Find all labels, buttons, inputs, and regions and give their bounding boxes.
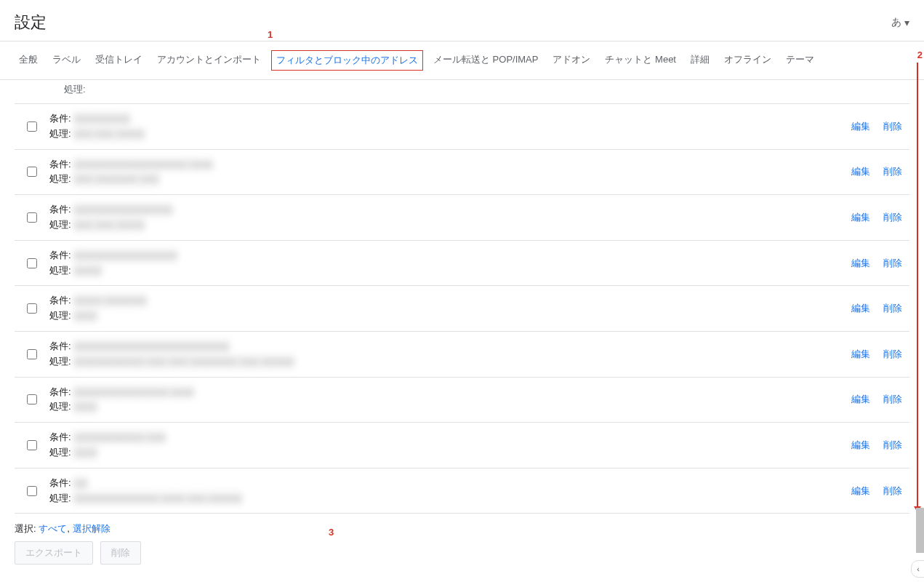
filter-text: 条件: xxxxxxxxxxxx処理: xxxx xxxx xxxxxx — [49, 111, 851, 142]
delete-filter-link[interactable]: 削除 — [883, 439, 902, 452]
filter-cond-label: 条件: — [49, 159, 71, 170]
filter-row: 条件: xxxxxx xxxxxxxxx処理: xxxxx編集削除 — [15, 286, 909, 332]
filter-checkbox[interactable] — [27, 486, 37, 496]
annotation-1: 1 — [268, 29, 273, 40]
filter-cond-label: 条件: — [49, 204, 71, 215]
filter-checkbox[interactable] — [27, 440, 37, 450]
filter-cond-label: 条件: — [49, 340, 71, 351]
filter-cond-value: xxxxxxxxxxxxxxxxxxxxxxxx xxxxx — [73, 157, 213, 172]
filter-row-actions: 編集削除 — [851, 120, 902, 133]
input-language-switch[interactable]: あ ▾ — [891, 16, 909, 29]
filter-checkbox[interactable] — [27, 258, 37, 268]
filter-proc-value: xxxxxx — [73, 263, 102, 279]
filter-row-actions: 編集削除 — [851, 485, 902, 498]
delete-filter-link[interactable]: 削除 — [883, 485, 902, 498]
filter-cond-label: 条件: — [49, 477, 71, 488]
create-filter-row: 新しいフィルタを作成 フィルタをインポート — [15, 579, 909, 582]
filter-cond-label: 条件: — [49, 386, 71, 397]
filter-checkbox[interactable] — [27, 394, 37, 404]
filter-row: 条件: xxxxxxxxxxxx処理: xxxx xxxx xxxxxx編集削除 — [15, 104, 909, 150]
filter-proc-label: 処理: — [49, 265, 71, 276]
edit-filter-link[interactable]: 編集 — [851, 211, 870, 224]
bulk-delete-button[interactable]: 削除 — [100, 541, 141, 565]
filter-text: 条件: xxxxxxxxxxxxxxx xxxx処理: xxxxx — [49, 430, 851, 461]
tab-addons[interactable]: アドオン — [548, 50, 595, 71]
scrollbar-thumb[interactable] — [916, 508, 924, 553]
delete-filter-link[interactable]: 削除 — [883, 302, 902, 315]
filter-cond-value: xxxxxxxxxxxx — [73, 111, 130, 127]
filter-row: 条件: xxxxxxxxxxxxxxx xxxx処理: xxxxx編集削除 — [15, 423, 909, 469]
filter-text: 条件: xxxxxx xxxxxxxxx処理: xxxxx — [49, 293, 851, 324]
filter-proc-label: 処理: — [49, 493, 71, 503]
delete-filter-link[interactable]: 削除 — [883, 165, 902, 178]
partial-filter-row: 処理: — [15, 80, 909, 104]
filter-checkbox[interactable] — [27, 167, 37, 177]
filter-cond-value: xxxxxxxxxxxxxxx xxxx — [73, 430, 166, 445]
chevron-down-icon: ▾ — [904, 17, 909, 28]
filter-proc-label: 処理: — [49, 447, 71, 458]
filter-proc-value: xxxxxxxxxxxxxxxxxx xxxxx xxxx xxxxxxx — [73, 491, 242, 506]
select-none-link[interactable]: 選択解除 — [73, 523, 111, 534]
edit-filter-link[interactable]: 編集 — [851, 393, 870, 406]
filter-proc-label: 処理: — [49, 401, 71, 412]
filter-text: 条件: xxx処理: xxxxxxxxxxxxxxxxxx xxxxx xxxx… — [49, 476, 851, 506]
edit-filter-link[interactable]: 編集 — [851, 485, 870, 498]
tab-inbox[interactable]: 受信トレイ — [91, 50, 147, 71]
filter-cond-label: 条件: — [49, 431, 71, 442]
filter-checkbox[interactable] — [27, 212, 37, 223]
delete-filter-link[interactable]: 削除 — [883, 211, 902, 224]
tab-labels[interactable]: ラベル — [48, 50, 85, 71]
filter-row: 条件: xxxxxxxxxxxxxxxxxxxxx処理: xxxx xxxx x… — [15, 195, 909, 241]
edit-filter-link[interactable]: 編集 — [851, 348, 870, 361]
edit-filter-link[interactable]: 編集 — [851, 302, 870, 315]
delete-filter-link[interactable]: 削除 — [883, 348, 902, 361]
filter-row-actions: 編集削除 — [851, 393, 902, 406]
side-panel-toggle[interactable]: ‹ — [911, 560, 924, 578]
bulk-actions: エクスポート 削除 — [15, 541, 909, 579]
edit-filter-link[interactable]: 編集 — [851, 439, 870, 452]
tab-themes[interactable]: テーマ — [782, 50, 819, 71]
delete-filter-link[interactable]: 削除 — [883, 120, 902, 133]
tab-offline[interactable]: オフライン — [720, 50, 776, 71]
filter-proc-label: 処理: — [49, 128, 71, 139]
filter-checkbox[interactable] — [27, 121, 37, 132]
tab-forwarding-pop-imap[interactable]: メール転送と POP/IMAP — [429, 50, 542, 71]
tab-accounts-import[interactable]: アカウントとインポート — [153, 50, 265, 71]
edit-filter-link[interactable]: 編集 — [851, 165, 870, 178]
filter-cond-value: xxx — [73, 476, 88, 491]
filter-checkbox[interactable] — [27, 349, 37, 359]
lang-label: あ — [891, 16, 901, 29]
filter-row-actions: 編集削除 — [851, 257, 902, 270]
edit-filter-link[interactable]: 編集 — [851, 120, 870, 133]
export-button[interactable]: エクスポート — [15, 541, 93, 565]
tab-filters-blocked[interactable]: フィルタとブロック中のアドレス — [271, 50, 423, 71]
select-all-link[interactable]: すべて — [39, 523, 67, 534]
delete-filter-link[interactable]: 削除 — [883, 393, 902, 406]
filter-cond-value: xxxxxxxxxxxxxxxxxxxx xxxxx — [73, 385, 194, 400]
filter-proc-value: xxxxx — [73, 399, 97, 415]
tab-advanced[interactable]: 詳細 — [686, 50, 714, 71]
checkbox-cell — [15, 349, 49, 359]
filter-checkbox[interactable] — [27, 303, 37, 314]
scrollbar-track[interactable] — [915, 0, 924, 582]
tab-chat-meet[interactable]: チャットと Meet — [600, 50, 680, 71]
edit-filter-link[interactable]: 編集 — [851, 257, 870, 270]
annotation-3: 3 — [329, 527, 334, 538]
filter-proc-label: 処理: — [49, 173, 71, 184]
settings-tabs: 全般 ラベル 受信トレイ アカウントとインポート フィルタとブロック中のアドレス… — [0, 41, 924, 80]
filter-proc-label: 処理: — [49, 356, 71, 367]
delete-filter-link[interactable]: 削除 — [883, 257, 902, 270]
filter-row: 条件: xxx処理: xxxxxxxxxxxxxxxxxx xxxxx xxxx… — [15, 469, 909, 514]
filter-cond-label: 条件: — [49, 113, 71, 124]
checkbox-cell — [15, 258, 49, 268]
filter-row: 条件: xxxxxxxxxxxxxxxxxxxx xxxxx処理: xxxxx編… — [15, 378, 909, 423]
tab-general[interactable]: 全般 — [15, 50, 42, 71]
header: 設定 あ ▾ — [0, 0, 924, 41]
filter-text: 条件: xxxxxxxxxxxxxxxxxxxxx処理: xxxx xxxx x… — [49, 202, 851, 233]
filter-row-actions: 編集削除 — [851, 439, 902, 452]
checkbox-cell — [15, 121, 49, 132]
filter-row: 条件: xxxxxxxxxxxxxxxxxxxxxxxx xxxxx処理: xx… — [15, 150, 909, 196]
filter-proc-value: xxxx xxxx xxxxxx — [73, 218, 145, 233]
page-title: 設定 — [15, 12, 47, 33]
filter-row-actions: 編集削除 — [851, 165, 902, 178]
